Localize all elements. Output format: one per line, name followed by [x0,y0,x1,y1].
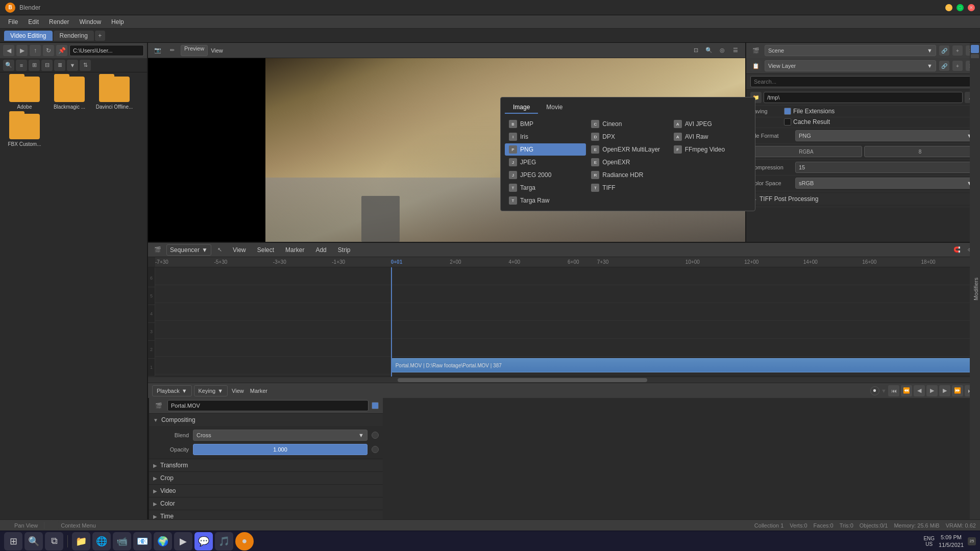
list-item[interactable]: Blackmagic ... [49,77,90,110]
tab-rendering[interactable]: Rendering [54,31,94,41]
next-keyframe-button[interactable]: ⏩ [952,385,963,396]
cache-result-check[interactable] [784,118,791,126]
format-avi-jpeg[interactable]: A AVI JPEG [670,118,751,130]
seq-marker-menu[interactable]: Marker [281,245,308,255]
prev-keyframe-button[interactable]: ⏪ [901,385,912,396]
format-openexr[interactable]: E OpenEXR [587,156,668,168]
seq-marker-menu2[interactable]: Marker [248,388,270,394]
zoom-fit-button[interactable]: ⊡ [690,45,701,56]
view-grid-button[interactable]: ⊞ [29,60,40,71]
color-space-dropdown[interactable]: sRGB▼ [795,178,976,189]
format-cineon[interactable]: C Cineon [587,118,668,130]
format-ffmpeg[interactable]: F FFmpeg Video [670,143,751,156]
transform-header[interactable]: ▶ Transform [149,459,383,471]
video-header[interactable]: ▶ Video [149,485,383,497]
format-options-button[interactable]: RGBA [750,146,862,157]
blend-dot-button[interactable] [372,432,379,439]
video-taskbar-button[interactable]: 📹 [113,532,131,550]
nav-up-button[interactable]: ↑ [30,45,41,56]
nav-forward-button[interactable]: ▶ [16,45,28,56]
format-targa-raw[interactable]: T Targa Raw [505,194,586,207]
view-menu[interactable]: View [211,47,223,54]
next-frame-button[interactable]: ▶ [939,385,950,396]
list-item[interactable]: Davinci Offline... [94,77,135,110]
minimize-button[interactable]: – [945,4,952,11]
seq-snap-button[interactable]: 🧲 [951,244,963,256]
format-iris[interactable]: I Iris [505,131,586,143]
overlay-button[interactable]: ◎ [717,45,728,56]
strip-name-field[interactable]: Portal.MOV [167,400,369,411]
clock[interactable]: 5:09 PM 11/5/2021 [939,534,964,548]
menu-help[interactable]: Help [107,17,128,27]
view-toggle-button[interactable]: ≣ [54,60,65,71]
play-button[interactable]: ▶ [926,385,938,396]
jump-to-start-button[interactable]: ⏮ [888,385,899,396]
zoom-button[interactable]: 🔍 [703,45,715,56]
strip-icon[interactable]: 🎬 [153,400,164,411]
seq-add-menu[interactable]: Add [311,245,330,255]
start-button[interactable]: ⊞ [4,532,22,550]
notification-button[interactable]: 25 [968,537,976,545]
media-taskbar-button[interactable]: ▶ [174,532,192,550]
menu-render[interactable]: Render [45,17,73,27]
sequencer-mode-select[interactable]: Sequencer▼ [166,244,211,256]
strip-active-check[interactable] [372,402,379,409]
blend-dropdown[interactable]: Cross ▼ [193,430,368,441]
video-strip[interactable]: Portal.MOV | D:\Raw footage\Portal.MOV |… [391,358,979,372]
filter-button[interactable]: ▼ [67,60,78,71]
color-header[interactable]: ▶ Color [149,497,383,510]
view-type-button[interactable]: 📷 [152,45,163,56]
opacity-field[interactable]: 1.000 [193,444,368,455]
seq-view-menu2[interactable]: View [230,388,246,394]
menu-file[interactable]: File [4,17,22,27]
prop-icon-render[interactable] [971,45,979,53]
view-layer-add-button[interactable]: + [952,61,963,71]
browser-taskbar-button[interactable]: 🌐 [92,532,111,550]
taskview-button[interactable]: ⧉ [45,532,63,550]
path-bar[interactable]: C:\Users\User... [69,45,144,56]
seq-select-menu[interactable]: Select [253,245,278,255]
file-extensions-checkbox[interactable]: File Extensions [784,108,835,115]
record-options[interactable]: ▼ [881,388,887,394]
time-header[interactable]: ▶ Time [149,510,383,519]
format-radiance[interactable]: R Radiance HDR [587,169,668,181]
compositing-header[interactable]: ▼ Compositing [149,414,383,426]
seq-scrollbar[interactable] [148,377,980,383]
format-tab-movie[interactable]: Movie [538,102,571,114]
search-taskbar-button[interactable]: 🔍 [24,532,43,550]
bit-depth-button[interactable]: 8 [864,146,976,157]
view-list-button[interactable]: ≡ [16,60,27,71]
record-button[interactable]: ⏺ [870,386,879,395]
seq-strip-menu[interactable]: Strip [334,245,355,255]
scene-add-button[interactable]: + [952,45,963,56]
nav-back-button[interactable]: ◀ [3,45,14,56]
compression-value[interactable]: 15 [795,162,976,173]
format-jpeg2000[interactable]: J JPEG 2000 [505,169,586,181]
mail-taskbar-button[interactable]: 📧 [133,532,152,550]
list-item[interactable]: FBX Custom... [4,114,45,147]
add-workspace-button[interactable]: + [95,31,105,41]
close-button[interactable]: ✕ [968,4,975,11]
search-icon[interactable]: 🔍 [3,60,14,71]
file-format-dropdown[interactable]: PNG ▼ [795,130,976,141]
file-extensions-check[interactable] [784,108,791,115]
format-avi-raw[interactable]: A AVI Raw [670,131,751,143]
seq-editor-icon[interactable]: 🎬 [152,244,163,256]
format-png[interactable]: P PNG [505,143,586,156]
format-openexr-ml[interactable]: E OpenEXR MultiLayer [587,143,668,156]
menu-window[interactable]: Window [75,17,105,27]
discord-taskbar-button[interactable]: 💬 [194,532,213,550]
layers-icon[interactable]: 📋 [750,60,762,71]
view-layer-select[interactable]: View Layer ▼ [765,60,936,71]
tiff-post-header[interactable]: ▶ TIFF Post Processing [750,193,976,205]
output-path-input[interactable] [764,92,963,103]
globe-taskbar-button[interactable]: 🌍 [154,532,172,550]
nav-bookmark-button[interactable]: 📌 [56,45,67,56]
blender-taskbar-button[interactable]: ● [235,532,254,550]
format-bmp[interactable]: B BMP [505,118,586,130]
view-layer-link-button[interactable]: 🔗 [939,61,949,71]
music-taskbar-button[interactable]: 🎵 [215,532,233,550]
preview-mode-select[interactable]: Preview [181,45,208,56]
opacity-dot-button[interactable] [372,446,379,453]
crop-header[interactable]: ▶ Crop [149,472,383,484]
